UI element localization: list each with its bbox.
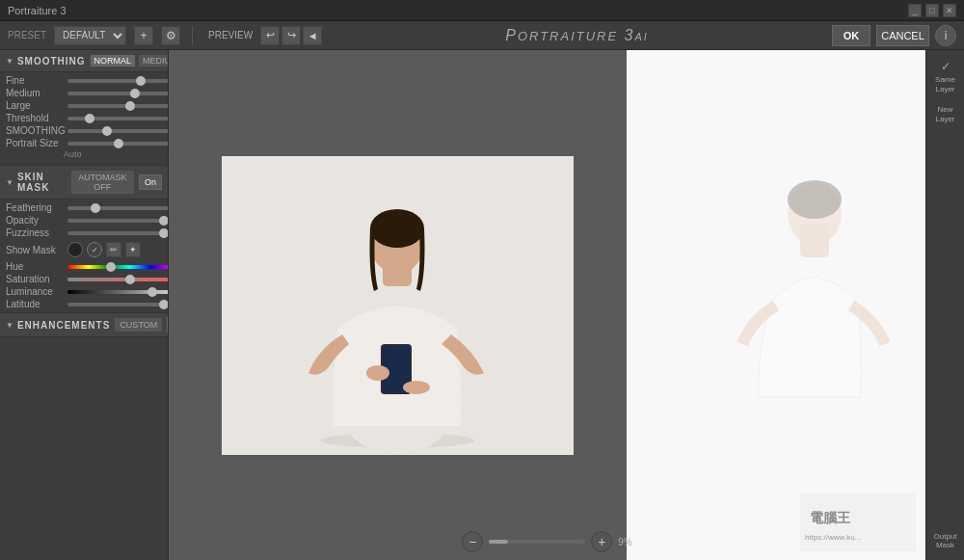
left-panel: ▼ SMOOTHING NORMAL MEDIUM STRONG Fine 0 … (0, 50, 169, 560)
app-title-text: PORTRAITURE 3ai (505, 27, 649, 43)
medium-label: Medium (6, 88, 64, 98)
portrait-size-slider[interactable] (67, 142, 169, 146)
mask-brush-icon[interactable]: ✏ (106, 242, 121, 257)
mask-eraser-icon[interactable]: ✦ (125, 242, 141, 257)
feathering-label: Feathering (6, 202, 64, 213)
preset-select[interactable]: DEFAULT (54, 26, 126, 45)
smoothing-tabs: NORMAL MEDIUM STRONG (90, 54, 169, 67)
svg-text:電腦王: 電腦王 (810, 510, 851, 525)
smoothing-pct-slider[interactable] (67, 129, 169, 133)
svg-text:https://www.ku...: https://www.ku... (805, 533, 861, 542)
skin-mask-on-button[interactable]: On (139, 174, 162, 190)
smoothing-tab-medium[interactable]: MEDIUM (138, 54, 169, 67)
maximize-button[interactable]: □ (925, 4, 939, 17)
output-mask-item[interactable]: OutputMask (926, 528, 964, 554)
smoothing-pct-row: SMOOTHING 0 % (0, 124, 168, 137)
skin-mask-content: Feathering 0 Opacity 100 % Fuzziness 100… (0, 200, 168, 312)
skin-mask-title: SKIN MASK (17, 172, 67, 193)
right-panel: ✓ SameLayer NewLayer OutputMask (925, 50, 964, 560)
cancel-button[interactable]: CANCEL (876, 25, 929, 46)
mask-circle-check[interactable]: ✓ (87, 242, 102, 257)
show-mask-label: Show Mask (6, 245, 64, 255)
luminance-slider[interactable] (67, 290, 169, 294)
zoom-slider-track[interactable] (489, 540, 585, 544)
undo-button[interactable]: ↩ (260, 26, 280, 45)
portrait-size-label: Portrait Size (6, 138, 64, 148)
smoothing-arrow-icon: ▼ (6, 57, 13, 66)
fine-slider-row: Fine 0 (0, 74, 168, 87)
app-main-title: PORTRAITURE 3ai (330, 27, 824, 44)
medium-slider-row: Medium 0 (0, 87, 168, 99)
smoothing-tab-normal[interactable]: NORMAL (90, 54, 137, 67)
fuzziness-slider[interactable] (67, 231, 169, 235)
info-button[interactable]: i (935, 25, 956, 46)
enhancements-arrow-icon: ▼ (6, 321, 13, 330)
ok-cancel-group: OK CANCEL i (832, 25, 956, 46)
new-layer-label: NewLayer (935, 105, 954, 123)
same-layer-item[interactable]: ✓ SameLayer (926, 56, 964, 97)
after-image-svg: 電腦王 https://www.ku... (627, 50, 925, 560)
saturation-row: Saturation 45 (0, 273, 168, 285)
skin-mask-arrow-icon: ▼ (6, 178, 13, 187)
output-mask-label: OutputMask (933, 532, 956, 550)
before-image-svg (222, 156, 574, 455)
opacity-label: Opacity (6, 215, 64, 226)
zoom-percent: 9% (618, 537, 631, 547)
title-bar: Portraiture 3 _ □ ✕ (0, 0, 964, 21)
hue-row: Hue 30 (0, 260, 168, 273)
large-slider[interactable] (67, 104, 169, 108)
settings-button[interactable]: ⚙ (161, 26, 180, 45)
svg-rect-12 (800, 224, 829, 257)
opacity-slider[interactable] (67, 219, 169, 223)
toolbar-divider-1 (192, 26, 193, 45)
same-layer-label: SameLayer (935, 75, 955, 93)
smoothing-pct-label: SMOOTHING (6, 125, 64, 136)
enhancements-header[interactable]: ▼ ENHANCEMENTS CUSTOM On (0, 312, 168, 337)
threshold-slider[interactable] (67, 117, 169, 120)
threshold-slider-row: Threshold 0 (0, 112, 168, 124)
same-layer-check-icon: ✓ (941, 60, 951, 73)
ok-button[interactable]: OK (832, 25, 870, 46)
portrait-size-row: Portrait Size Auto (0, 137, 168, 149)
auto-label: Auto (0, 149, 168, 159)
latitude-slider[interactable] (67, 303, 169, 307)
svg-point-13 (788, 180, 842, 219)
title-bar-controls: _ □ ✕ (908, 4, 956, 17)
mask-circle-black[interactable] (67, 242, 83, 257)
nav-back-button[interactable]: ◄ (303, 26, 322, 45)
latitude-label: Latitude (6, 299, 64, 309)
fine-label: Fine (6, 75, 64, 86)
smoothing-section-header[interactable]: ▼ SMOOTHING NORMAL MEDIUM STRONG (0, 50, 168, 72)
large-slider-row: Large 0 (0, 99, 168, 112)
medium-slider[interactable] (67, 92, 169, 95)
luminance-row: Luminance 83 (0, 285, 168, 298)
custom-button[interactable]: CUSTOM (114, 317, 163, 333)
feathering-slider[interactable] (67, 206, 169, 210)
latitude-row: Latitude 100 (0, 298, 168, 310)
undo-group: ↩ ↪ ◄ (260, 26, 322, 45)
fine-slider[interactable] (67, 79, 169, 83)
show-mask-row: Show Mask ✓ ✏ ✦ (0, 239, 168, 260)
zoom-in-button[interactable]: + (591, 531, 612, 552)
title-bar-left: Portraiture 3 (8, 5, 67, 16)
saturation-slider[interactable] (67, 278, 169, 281)
minimize-button[interactable]: _ (908, 4, 922, 17)
fuzziness-row: Fuzziness 100 % (0, 227, 168, 239)
hue-slider[interactable] (67, 265, 169, 269)
large-label: Large (6, 100, 64, 111)
svg-point-5 (370, 209, 424, 248)
add-preset-button[interactable]: + (134, 26, 153, 45)
preview-label: PREVIEW (208, 30, 253, 40)
zoom-out-button[interactable]: − (462, 531, 483, 552)
new-layer-item[interactable]: NewLayer (926, 101, 964, 127)
zoom-slider-fill (489, 540, 508, 544)
automask-button[interactable]: AUTOMASK OFF (70, 170, 135, 195)
fuzziness-label: Fuzziness (6, 227, 64, 238)
redo-button[interactable]: ↪ (281, 26, 301, 45)
skin-mask-header[interactable]: ▼ SKIN MASK AUTOMASK OFF On (0, 165, 168, 200)
hue-label: Hue (6, 261, 64, 272)
center-area: 電腦王 https://www.ku... − + 9% (169, 50, 925, 560)
after-preview-area: 電腦王 https://www.ku... (627, 50, 925, 560)
enhancements-title: ENHANCEMENTS (17, 320, 110, 331)
close-button[interactable]: ✕ (943, 4, 956, 17)
